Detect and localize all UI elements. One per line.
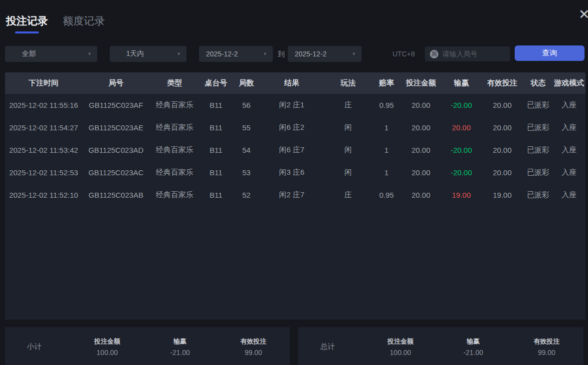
cell-play-type: 闲 [345, 145, 352, 155]
table-row: 2025-12-02 11:54:27 GB1125C023AE 经典百家乐 B… [5, 116, 586, 139]
cell-game-mode: 入座 [562, 168, 577, 177]
column-header: 桌台号 [205, 78, 227, 88]
table-row: 2025-12-02 11:53:42 GB1125C023AD 经典百家乐 B… [5, 139, 586, 161]
cell-status: 已派彩 [527, 123, 550, 132]
cell-bet-time: 2025-12-02 11:53:42 [9, 146, 78, 154]
column-header: 有效投注 [487, 78, 517, 88]
chevron-down-icon: ▼ [352, 51, 356, 56]
column-header: 下注时间 [29, 78, 59, 88]
column-header: 局数 [239, 78, 254, 88]
subtotal-winloss-label: 输赢 [170, 337, 190, 346]
column-header: 状态 [531, 78, 546, 88]
cell-winloss: -20.00 [451, 146, 472, 154]
total-winloss-stat: 输赢 -21.00 [463, 337, 483, 357]
cell-game-type: 经典百家乐 [156, 168, 194, 177]
cell-bet-time: 2025-12-02 11:52:10 [9, 191, 78, 199]
cell-table-no: B11 [209, 146, 222, 154]
cell-round-id: GB1125C023AD [88, 146, 144, 154]
date-range-to-label: 到 [278, 50, 285, 59]
cell-status: 已派彩 [527, 100, 550, 110]
column-header: 输赢 [454, 78, 469, 88]
subtotal-winloss-value: -21.00 [170, 349, 190, 357]
subtotal-bet-label: 投注金额 [94, 337, 120, 346]
cell-game-mode: 入座 [562, 123, 577, 132]
cell-odds: 1 [385, 146, 389, 154]
close-icon[interactable]: ✕ [579, 8, 588, 21]
cell-table-no: B11 [209, 101, 222, 109]
cell-play-type: 闲 [345, 123, 352, 132]
subtotal-valid-value: 99.00 [240, 349, 266, 357]
cell-game-type: 经典百家乐 [156, 190, 194, 200]
round-search-field[interactable]: 局 [425, 46, 510, 61]
subtotal-bet-value: 100.00 [94, 349, 120, 357]
total-winloss-label: 输赢 [463, 337, 483, 346]
filter-range-select[interactable]: 1天内 ▼ [110, 46, 187, 62]
filter-range-value: 1天内 [126, 49, 144, 58]
total-bet-stat: 投注金额 100.00 [388, 337, 413, 357]
subtotal-title: 小计 [27, 342, 42, 352]
cell-round-no: 55 [242, 123, 251, 132]
column-header: 游戏模式 [554, 78, 584, 88]
filter-type-select[interactable]: 全部 ▼ [5, 46, 97, 62]
cell-bet-amount: 20.00 [411, 101, 430, 109]
cell-winloss: -20.00 [451, 101, 472, 109]
cell-bet-amount: 20.00 [411, 191, 430, 199]
cell-bet-time: 2025-12-02 11:54:27 [9, 123, 78, 132]
table-row: 2025-12-02 11:55:16 GB1125C023AF 经典百家乐 B… [5, 94, 586, 116]
cell-result: 闲2 庄7 [279, 190, 305, 200]
column-header: 类型 [167, 78, 182, 88]
cell-odds: 1 [385, 168, 389, 177]
column-header: 局号 [109, 78, 124, 88]
cell-game-type: 经典百家乐 [156, 145, 194, 155]
cell-winloss: 20.00 [452, 123, 471, 132]
total-title: 总计 [320, 342, 335, 352]
cell-round-no: 53 [242, 168, 251, 177]
tab-quota-records[interactable]: 额度记录 [63, 14, 105, 33]
column-header: 结果 [284, 78, 299, 88]
tab-bet-records-label: 投注记录 [6, 15, 48, 26]
query-button[interactable]: 查询 [515, 45, 585, 61]
chevron-down-icon: ▼ [263, 51, 267, 56]
cell-odds: 0.95 [379, 101, 393, 109]
tab-bet-records[interactable]: 投注记录 [6, 14, 48, 33]
total-valid-value: 99.00 [534, 349, 560, 357]
cell-status: 已派彩 [527, 168, 550, 177]
total-bet-value: 100.00 [388, 349, 413, 357]
cell-valid-bet: 19.00 [493, 191, 512, 199]
cell-play-type: 闲 [345, 168, 352, 177]
date-to-select[interactable]: 2025-12-2 ▼ [288, 46, 362, 62]
cell-round-no: 56 [242, 101, 251, 109]
cell-bet-time: 2025-12-02 11:55:16 [9, 101, 78, 109]
table-body: 2025-12-02 11:55:16 GB1125C023AF 经典百家乐 B… [5, 94, 586, 320]
column-header: 玩法 [341, 78, 356, 88]
cell-game-type: 经典百家乐 [156, 100, 194, 110]
filter-type-value: 全部 [22, 49, 36, 58]
date-from-select[interactable]: 2025-12-2 ▼ [199, 46, 273, 62]
cell-odds: 1 [385, 123, 389, 132]
total-valid-stat: 有效投注 99.00 [534, 337, 560, 357]
cell-valid-bet: 20.00 [493, 168, 512, 177]
subtotal-valid-stat: 有效投注 99.00 [240, 337, 266, 357]
cell-play-type: 庄 [345, 100, 352, 110]
round-search-input[interactable] [442, 50, 502, 58]
total-winloss-value: -21.00 [463, 349, 483, 357]
date-to-value: 2025-12-2 [295, 50, 327, 58]
cell-valid-bet: 20.00 [493, 123, 512, 132]
cell-result: 闲6 庄7 [279, 145, 305, 155]
cell-round-id: GB1125C023AF [89, 101, 143, 109]
cell-table-no: B11 [209, 123, 222, 132]
round-number-icon: 局 [430, 50, 438, 58]
cell-winloss: 19.00 [452, 191, 471, 199]
cell-bet-amount: 20.00 [411, 168, 430, 177]
cell-odds: 0.95 [379, 191, 393, 199]
cell-bet-time: 2025-12-02 11:52:53 [9, 168, 78, 177]
cell-bet-amount: 20.00 [411, 123, 430, 132]
subtotal-bet-stat: 投注金额 100.00 [94, 337, 120, 357]
cell-play-type: 庄 [345, 190, 352, 200]
cell-table-no: B11 [209, 191, 222, 199]
total-card: 总计 投注金额 100.00 输赢 -21.00 有效投注 99.00 [298, 327, 584, 365]
active-tab-underline [15, 31, 39, 33]
cell-game-mode: 入座 [562, 145, 577, 155]
table-row: 2025-12-02 11:52:53 GB1125C023AC 经典百家乐 B… [5, 161, 586, 184]
tab-bar: 投注记录 额度记录 [6, 14, 105, 33]
